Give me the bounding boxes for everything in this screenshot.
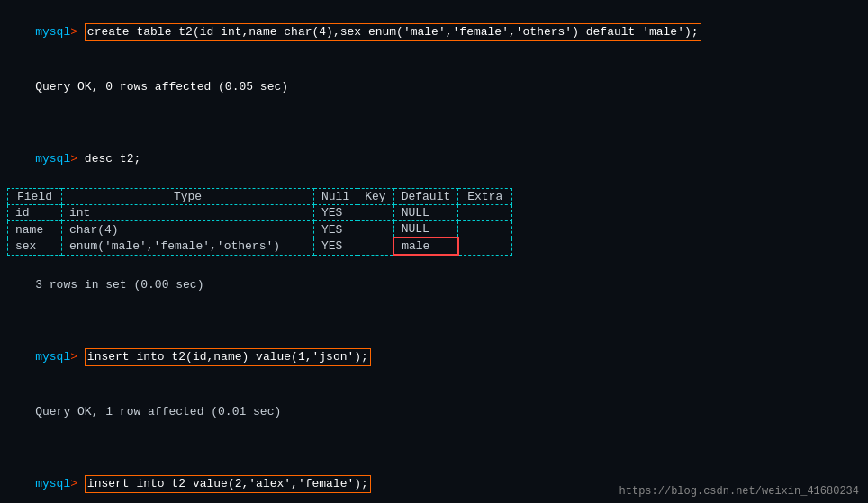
prompt-label4: mysql — [35, 477, 70, 490]
cmd4-line: mysql> insert into t2(id,name) value(1,'… — [7, 330, 861, 384]
key-empty1 — [357, 205, 393, 221]
cmd1-result: Query OK, 0 rows affected (0.05 sec) — [35, 80, 288, 94]
prompt-arrow: > — [70, 25, 77, 39]
table1-header-row: Field Type Null Key Default Extra — [8, 189, 512, 205]
cmd1-highlight: create table t2(id int,name char(4),sex … — [85, 23, 701, 41]
cmd4-result-line: Query OK, 1 row affected (0.01 sec) — [7, 384, 861, 438]
default-male: male — [393, 238, 458, 255]
extra-empty1 — [458, 205, 512, 221]
table-row: sex enum('male','female','others') YES m… — [8, 238, 512, 255]
type-char: char(4) — [62, 221, 314, 238]
cmd2-text: desc t2; — [77, 152, 140, 166]
table-row: name char(4) YES NULL — [8, 221, 512, 238]
blank3 — [7, 439, 861, 457]
prompt-arrow4: > — [70, 477, 77, 490]
field-sex: sex — [8, 238, 62, 255]
col-null: Null — [314, 189, 357, 205]
blank2 — [7, 312, 861, 330]
table-row: id int YES NULL — [8, 205, 512, 221]
cmd5-text: insert into t2 value(2,'alex','female'); — [77, 477, 371, 490]
prompt-label2: mysql — [35, 152, 70, 166]
cmd1-text: create table t2(id int,name char(4),sex … — [77, 25, 701, 39]
cmd1-result-line: Query OK, 0 rows affected (0.05 sec) — [7, 59, 861, 113]
table1-container: Field Type Null Key Default Extra id int… — [7, 188, 861, 256]
cmd2-result-line: 3 rows in set (0.00 sec) — [7, 257, 861, 311]
cmd4-highlight: insert into t2(id,name) value(1,'json'); — [85, 348, 371, 366]
prompt-label: mysql — [35, 25, 70, 39]
extra-empty3 — [458, 238, 512, 255]
type-int: int — [62, 205, 314, 221]
null-yes3: YES — [314, 238, 357, 255]
prompt-arrow2: > — [70, 152, 77, 166]
col-type: Type — [62, 189, 314, 205]
prompt-label3: mysql — [35, 350, 70, 364]
null-yes2: YES — [314, 221, 357, 238]
cmd5-highlight: insert into t2 value(2,'alex','female'); — [85, 475, 371, 493]
null-yes1: YES — [314, 205, 357, 221]
cmd1-line: mysql> create table t2(id int,name char(… — [7, 5, 861, 59]
cmd4-text: insert into t2(id,name) value(1,'json'); — [77, 350, 371, 364]
default-null2: NULL — [393, 221, 458, 238]
blank1 — [7, 114, 861, 132]
cmd2-result: 3 rows in set (0.00 sec) — [35, 278, 203, 292]
field-id: id — [8, 205, 62, 221]
type-enum: enum('male','female','others') — [62, 238, 314, 255]
field-name: name — [8, 221, 62, 238]
col-field: Field — [8, 189, 62, 205]
footer-url: https://blog.csdn.net/weixin_41680234 — [619, 485, 859, 498]
cmd2-line: mysql> desc t2; — [7, 132, 861, 186]
key-empty2 — [357, 221, 393, 238]
prompt-arrow3: > — [70, 350, 77, 364]
col-default: Default — [393, 189, 458, 205]
desc-table: Field Type Null Key Default Extra id int… — [7, 188, 512, 256]
col-extra: Extra — [458, 189, 512, 205]
key-empty3 — [357, 238, 393, 255]
col-key: Key — [357, 189, 393, 205]
extra-empty2 — [458, 221, 512, 238]
cmd4-result: Query OK, 1 row affected (0.01 sec) — [35, 405, 281, 418]
default-null1: NULL — [393, 205, 458, 221]
terminal: mysql> create table t2(id int,name char(… — [0, 0, 868, 503]
